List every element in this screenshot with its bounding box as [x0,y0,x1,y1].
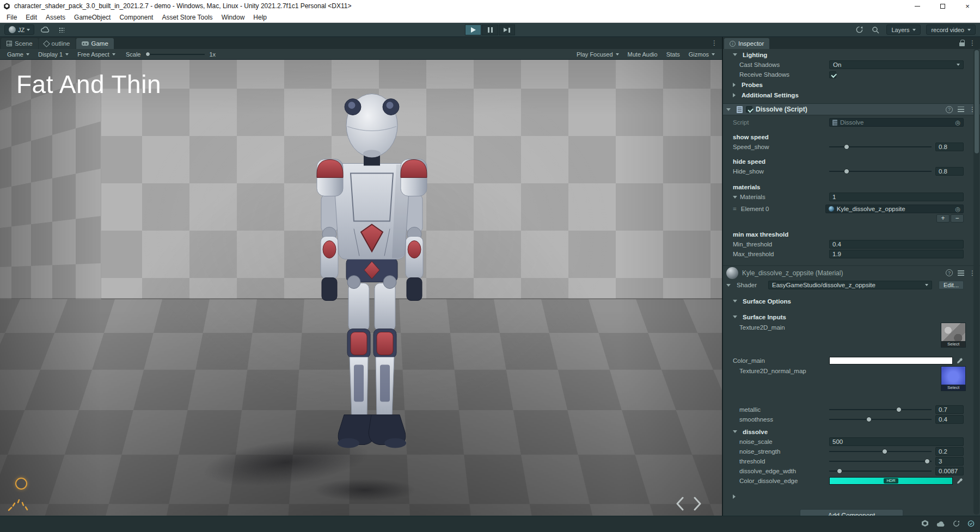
slider-knob[interactable] [924,459,930,464]
receive-shadows-checkbox[interactable] [829,71,836,78]
surface-inputs-foldout[interactable]: Surface Inputs [723,312,980,322]
menu-file[interactable]: File [2,12,21,23]
object-picker-icon[interactable]: ◎ [955,120,960,126]
aspect-dropdown[interactable]: Free Aspect [74,50,119,59]
texture2d-normal-thumbnail[interactable]: Select [941,366,966,391]
game-view[interactable]: Fat And Thin [0,60,722,516]
stats-button[interactable]: Stats [663,50,684,59]
menu-help[interactable]: Help [249,12,271,23]
menu-gameobject[interactable]: GameObject [70,12,115,23]
foldout-open-icon[interactable] [726,108,731,111]
material-header[interactable]: Kyle_dissolve_z_oppsite (Material) ? ⋮ [723,265,980,280]
metallic-slider[interactable] [829,405,932,414]
layers-dropdown[interactable]: Layers [886,24,921,35]
max-threshold-field[interactable]: 1.9 [829,250,964,258]
shader-dropdown[interactable]: EasyGameStudio/dissolve_z_oppsite [768,281,932,289]
tab-outline[interactable]: outline [39,38,76,49]
menu-window[interactable]: Window [217,12,249,23]
step-button[interactable] [499,24,515,35]
edge-width-slider[interactable] [829,467,932,475]
edge-width-value-field[interactable]: 0.0087 [935,467,964,475]
game-mode-dropdown[interactable]: Game [3,50,33,59]
hide-show-slider[interactable] [829,167,932,176]
preset-icon[interactable] [958,107,964,112]
slider-knob[interactable] [882,449,887,454]
foldout-open-icon[interactable] [733,196,737,199]
noise-scale-field[interactable]: 500 [829,437,964,446]
slider-knob[interactable] [844,169,849,174]
foldout-open-icon[interactable] [726,284,731,287]
minimize-button[interactable] [905,0,930,12]
texture2d-main-thumbnail[interactable]: Select [941,323,966,348]
probes-foldout[interactable]: Probes [723,79,980,90]
account-dropdown[interactable]: JZ [4,24,34,35]
threshold-value-field[interactable]: 3 [935,457,964,466]
component-enabled-checkbox[interactable] [746,106,752,113]
gizmos-dropdown[interactable]: Gizmos [685,50,719,59]
search-icon[interactable] [870,24,881,35]
eyedropper-icon[interactable] [956,478,964,484]
scale-slider[interactable] [145,51,205,58]
maximize-button[interactable] [930,0,955,12]
pause-button[interactable] [482,24,498,35]
slider-knob[interactable] [145,52,150,57]
scrollbar-thumb[interactable] [975,50,979,153]
select-texture-button[interactable]: Select [941,385,965,391]
menu-edit[interactable]: Edit [21,12,41,23]
close-button[interactable]: × [955,0,980,12]
surface-options-foldout[interactable]: Surface Options [723,296,980,306]
tab-scene[interactable]: Scene [1,38,38,49]
services-grid-icon[interactable] [56,24,67,35]
noise-strength-value-field[interactable]: 0.2 [935,447,964,456]
display-dropdown[interactable]: Display 1 [34,50,72,59]
noise-strength-slider[interactable] [829,447,932,456]
status-check-icon[interactable] [967,519,975,529]
undo-history-icon[interactable] [854,24,865,35]
slider-track[interactable] [829,409,932,410]
tab-inspector[interactable]: i Inspector [724,38,769,49]
package-manager-icon[interactable] [921,519,929,529]
menu-assets[interactable]: Assets [41,12,70,23]
refresh-activity-icon[interactable] [953,519,960,529]
cloud-icon[interactable] [40,24,51,35]
threshold-slider[interactable] [829,457,932,466]
inspector-panel[interactable]: Lighting Cast Shadows On Receive Shadows… [723,49,980,516]
speed-show-slider[interactable] [829,143,932,151]
preset-icon[interactable] [958,270,964,276]
color-main-swatch[interactable] [829,357,953,364]
lighting-foldout[interactable]: Lighting [723,50,980,60]
lock-icon[interactable] [959,42,965,46]
help-icon[interactable]: ? [946,269,953,276]
play-focused-dropdown[interactable]: Play Focused [573,50,623,59]
advanced-options-foldout[interactable] [723,491,980,502]
slider-knob[interactable] [866,417,872,422]
script-object-field[interactable]: Dissolve ◎ [829,118,964,127]
cloud-status-icon[interactable] [936,519,945,529]
metallic-value-field[interactable]: 0.7 [935,405,964,414]
slider-track[interactable] [829,451,932,452]
inspector-menu-icon[interactable]: ⋮ [969,40,976,46]
dissolve-component-header[interactable]: Dissolve (Script) ? ⋮ [723,103,980,115]
eyedropper-icon[interactable] [956,357,964,364]
cast-shadows-dropdown[interactable]: On [829,60,964,69]
slider-knob[interactable] [837,468,842,474]
inspector-scrollbar[interactable] [973,49,979,515]
tab-game[interactable]: Game [76,38,114,49]
materials-size-field[interactable]: 1 [829,193,964,201]
layout-dropdown[interactable]: record video [926,24,976,35]
dissolve-edge-color-swatch[interactable]: HDR [829,477,953,485]
shader-edit-button[interactable]: Edit... [939,281,964,289]
drag-handle-icon[interactable]: = [733,206,737,212]
remove-element-button[interactable]: − [951,214,964,222]
slider-knob[interactable] [896,407,902,412]
dissolve-section-foldout[interactable]: dissolve [723,426,980,437]
hide-show-value-field[interactable]: 0.8 [935,167,964,176]
element0-object-field[interactable]: Kyle_dissolve_z_oppsite ◎ [825,205,964,213]
min-threshold-field[interactable]: 0.4 [829,240,964,249]
speed-show-value-field[interactable]: 0.8 [935,143,964,151]
add-element-button[interactable]: + [936,214,950,222]
help-icon[interactable]: ? [946,106,953,113]
menu-asset-store-tools[interactable]: Asset Store Tools [157,12,217,23]
slider-knob[interactable] [844,144,849,150]
mute-audio-button[interactable]: Mute Audio [624,50,661,59]
